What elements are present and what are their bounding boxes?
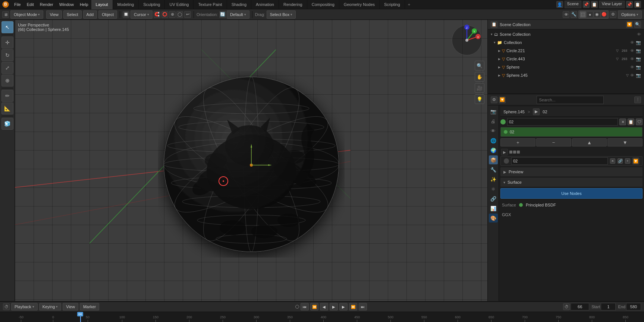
- outliner-item-circle443[interactable]: ▶ ▽ Circle.443 ▽ 293 👁 📷: [488, 55, 644, 63]
- 3d-viewport[interactable]: User Perspective (66) Collection | Spher…: [15, 20, 487, 301]
- start-frame-input[interactable]: [601, 303, 616, 310]
- prop-modifier-icon[interactable]: 🔧: [489, 165, 498, 174]
- menu-edit[interactable]: Edit: [24, 0, 37, 9]
- mat-add-btn[interactable]: +: [500, 138, 535, 146]
- preview-section-header[interactable]: ▶ Preview: [500, 167, 643, 176]
- prop-view-icon[interactable]: 👁: [489, 126, 498, 135]
- visibility-icon[interactable]: 👁: [637, 32, 641, 37]
- col-vis-icon[interactable]: 👁: [630, 40, 634, 45]
- select-menu-btn[interactable]: Select: [63, 10, 82, 19]
- view-layer-pin-icon[interactable]: 📌: [626, 1, 633, 8]
- tab-geometry-nodes[interactable]: Geometry Nodes: [339, 0, 380, 9]
- mat-fake-user-btn[interactable]: 🛡: [636, 119, 643, 125]
- drag-selector[interactable]: Select Box: [267, 10, 296, 19]
- mat-browse-new-btn[interactable]: +: [625, 158, 630, 164]
- timeline-ruler[interactable]: -50 0 50 100 150 200 250 300 350 400 450…: [0, 312, 644, 322]
- orientation-icon[interactable]: 🔄: [219, 11, 226, 18]
- sphere-vis-icon[interactable]: 👁: [630, 65, 634, 70]
- tool-move[interactable]: ✛: [1, 37, 13, 48]
- view-menu-btn[interactable]: View: [46, 10, 62, 19]
- view-btn[interactable]: View: [63, 303, 78, 310]
- tab-scripting[interactable]: Scripting: [380, 0, 405, 9]
- end-frame-input[interactable]: [626, 303, 641, 310]
- camera-icon[interactable]: 🎥: [475, 83, 484, 93]
- add-workspace-btn[interactable]: +: [405, 0, 413, 9]
- zoom-icon[interactable]: 🔍: [475, 61, 484, 70]
- outliner-search-icon[interactable]: 🔍: [634, 21, 641, 28]
- navigation-gizmo[interactable]: X Y Z: [450, 23, 484, 57]
- scene-pin-icon[interactable]: 📌: [583, 1, 590, 8]
- prop-scene-icon[interactable]: 🌐: [489, 136, 498, 145]
- playback-btn[interactable]: Playback: [11, 303, 38, 310]
- transform-gizmo-icon[interactable]: ⊕: [169, 11, 176, 18]
- tab-modeling[interactable]: Modeling: [113, 0, 139, 9]
- viewport-shading-icon[interactable]: 🔲: [123, 11, 129, 18]
- viewport-extras-icon[interactable]: ⚙: [610, 11, 616, 18]
- mat-anim-play-btn[interactable]: ▶: [501, 149, 508, 155]
- play-btn[interactable]: ▶: [330, 303, 338, 310]
- mat-down-btn[interactable]: ▼: [607, 138, 643, 146]
- overlay-icon[interactable]: 👁: [563, 11, 569, 18]
- mat-browse-link-btn[interactable]: 🔗: [618, 158, 623, 164]
- sphere-render-icon[interactable]: 📷: [636, 65, 641, 70]
- tab-texture-paint[interactable]: Texture Paint: [194, 0, 227, 9]
- prop-extra-icon[interactable]: ⋮: [634, 97, 641, 103]
- prop-world-icon[interactable]: 🌍: [489, 146, 498, 155]
- view-layer-selector[interactable]: View Layer: [599, 1, 625, 8]
- outliner-item-circle221[interactable]: ▶ ▽ Circle.221 ▽ 293 👁 📷: [488, 47, 644, 55]
- prop-object-icon[interactable]: 📦: [489, 155, 498, 164]
- mat-name-input[interactable]: [507, 118, 618, 126]
- scene-copy-icon[interactable]: 📋: [591, 1, 598, 8]
- tab-layout[interactable]: Layout: [91, 0, 113, 9]
- current-frame-icon[interactable]: ⏱: [563, 303, 570, 310]
- pan-icon[interactable]: ✋: [475, 72, 484, 82]
- timeline-editor-icon[interactable]: ⏱: [3, 303, 10, 310]
- current-frame-input[interactable]: [571, 303, 589, 310]
- tab-animation[interactable]: Animation: [251, 0, 279, 9]
- orientation-selector[interactable]: Default: [227, 10, 249, 19]
- scene-selector[interactable]: Scene: [565, 1, 581, 8]
- keying-btn[interactable]: Keying: [39, 303, 62, 310]
- mat-up-btn[interactable]: ▲: [572, 138, 607, 146]
- item443-render-icon[interactable]: 📷: [636, 57, 641, 61]
- tool-add[interactable]: 🧊: [1, 118, 13, 130]
- tool-scale[interactable]: ⤢: [1, 62, 13, 74]
- item-render-icon[interactable]: 📷: [636, 48, 641, 53]
- gizmo-icon[interactable]: 🔧: [571, 11, 577, 18]
- object-menu-btn[interactable]: Object: [98, 10, 117, 19]
- prop-filter-icon[interactable]: 🔽: [499, 97, 506, 103]
- sphere145-vis-icon[interactable]: 👁: [630, 73, 634, 78]
- next-keyframe-btn[interactable]: ⏩: [349, 303, 357, 310]
- light-icon[interactable]: 💡: [475, 94, 484, 104]
- editor-type-icon[interactable]: 🖥: [2, 11, 9, 18]
- undo-icon[interactable]: ↩: [184, 11, 191, 18]
- item-vis-icon[interactable]: 👁: [630, 48, 634, 53]
- tab-compositing[interactable]: Compositing: [307, 0, 339, 9]
- mat-browse-x-btn[interactable]: ✕: [610, 158, 615, 164]
- shading-solid-icon[interactable]: ●: [587, 11, 593, 18]
- outliner-item-sphere[interactable]: ▶ ▽ Sphere 👁 📷: [488, 63, 644, 71]
- shading-wire-icon[interactable]: ⬚: [579, 11, 586, 18]
- mat-remove-btn[interactable]: −: [536, 138, 571, 146]
- proportional-edit-icon[interactable]: ⭕: [161, 11, 168, 18]
- surface-section-header[interactable]: ▾ Surface: [500, 178, 643, 187]
- tool-measure[interactable]: 📐: [1, 102, 13, 114]
- prop-output-icon[interactable]: 🖨: [489, 117, 498, 126]
- add-menu-btn[interactable]: Add: [83, 10, 97, 19]
- tool-select[interactable]: ↖: [1, 21, 13, 33]
- tool-annotate[interactable]: ✏: [1, 90, 13, 102]
- col-render-icon[interactable]: 📷: [636, 40, 641, 45]
- menu-help[interactable]: Help: [77, 0, 91, 9]
- mat-browse-input[interactable]: [511, 157, 608, 165]
- outliner-item-scene-collection[interactable]: ▾ 🗂 Scene Collection 👁: [488, 30, 644, 38]
- prop-constraints-icon[interactable]: 🔗: [489, 194, 498, 203]
- use-nodes-button[interactable]: Use Nodes: [500, 188, 643, 199]
- view-layer-copy-icon[interactable]: 📋: [634, 1, 641, 8]
- mat-disconnect-btn[interactable]: ✕: [619, 119, 626, 125]
- outliner-filter-icon[interactable]: 🔽: [626, 21, 633, 28]
- tool-transform[interactable]: ⊕: [1, 75, 13, 86]
- item443-vis-icon[interactable]: 👁: [630, 57, 634, 61]
- sphere145-render-icon[interactable]: 📷: [636, 73, 641, 78]
- tab-shading[interactable]: Shading: [227, 0, 251, 9]
- prop-render-icon[interactable]: 📷: [489, 107, 498, 116]
